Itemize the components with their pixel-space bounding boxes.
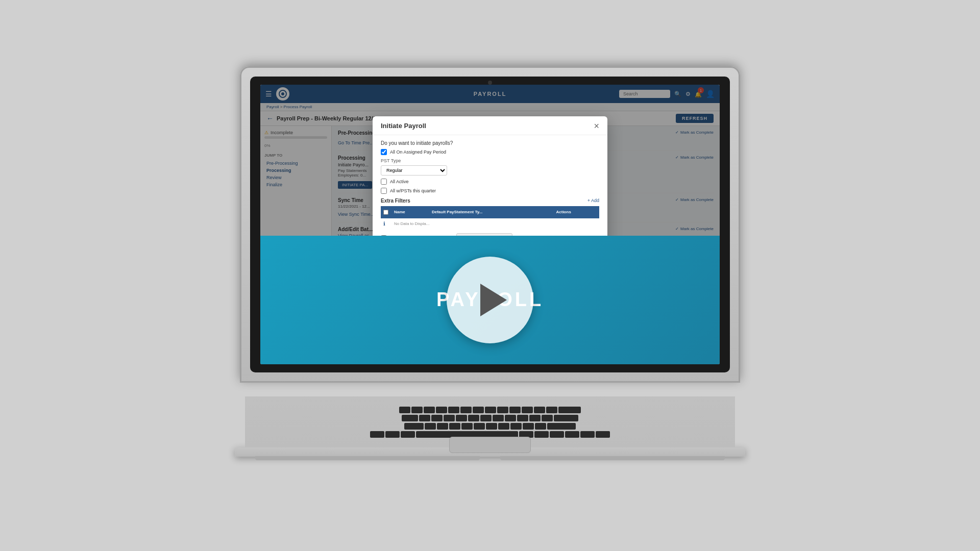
bottom-left-foot: [255, 456, 480, 460]
laptop-lid: ☰ PAYROLL 🔍 ⚙ 🔔 1: [240, 66, 740, 383]
bottom-right-foot: [500, 456, 725, 460]
pst-type-select[interactable]: Regular Special Off-Cycle: [381, 165, 447, 176]
table-no-data-row: ℹ No Data to Displa...: [381, 218, 599, 229]
checkbox-all-active-row: All Active: [381, 179, 599, 185]
screen-bezel: ☰ PAYROLL 🔍 ⚙ 🔔 1: [250, 77, 730, 372]
video-overlay[interactable]: PAYROLL: [260, 236, 720, 364]
table-header-actions: Actions: [553, 206, 600, 218]
checkbox-all-active[interactable]: [381, 179, 387, 185]
modal-question: Do you want to initiate payrolls?: [381, 140, 599, 146]
trackpad[interactable]: [449, 437, 531, 453]
laptop-container: ☰ PAYROLL 🔍 ⚙ 🔔 1: [209, 66, 771, 485]
screen-content: ☰ PAYROLL 🔍 ⚙ 🔔 1: [260, 85, 720, 364]
filter-table: Name Default PayStatement Ty... Actions …: [381, 206, 599, 229]
add-filter-btn[interactable]: + Add: [587, 198, 599, 203]
play-triangle-icon: [480, 284, 507, 316]
checkbox-all-wpsts-row: All w/PSTs this quarter: [381, 188, 599, 194]
pst-type-label: PST Type: [381, 158, 599, 163]
checkbox-all-assigned[interactable]: [381, 149, 387, 155]
modal-title: Initiate Payroll: [381, 122, 426, 130]
checkbox-all-wpsts[interactable]: [381, 188, 387, 194]
checkbox-all-assigned-row: All On Assigned Pay Period: [381, 149, 599, 155]
checkbox-all-assigned-label: All On Assigned Pay Period: [390, 149, 446, 155]
modal-header: Initiate Payroll ×: [373, 116, 607, 135]
table-header-name: Name: [391, 206, 429, 218]
app-container: ☰ PAYROLL 🔍 ⚙ 🔔 1: [260, 85, 720, 364]
table-select-all[interactable]: [383, 210, 388, 215]
webcam: [488, 81, 492, 85]
play-button[interactable]: [447, 257, 533, 343]
no-data-label: No Data to Displa...: [391, 218, 599, 229]
modal-close-button[interactable]: ×: [594, 121, 599, 131]
checkbox-all-wpsts-label: All w/PSTs this quarter: [390, 188, 436, 193]
extra-filters-header: Extra Filters + Add: [381, 198, 599, 204]
extra-filters-label: Extra Filters: [381, 198, 410, 204]
table-header-default: Default PayStatement Ty...: [429, 206, 553, 218]
pst-type-group: PST Type Regular Special Off-Cycle: [381, 158, 599, 176]
checkbox-all-active-label: All Active: [390, 179, 409, 184]
